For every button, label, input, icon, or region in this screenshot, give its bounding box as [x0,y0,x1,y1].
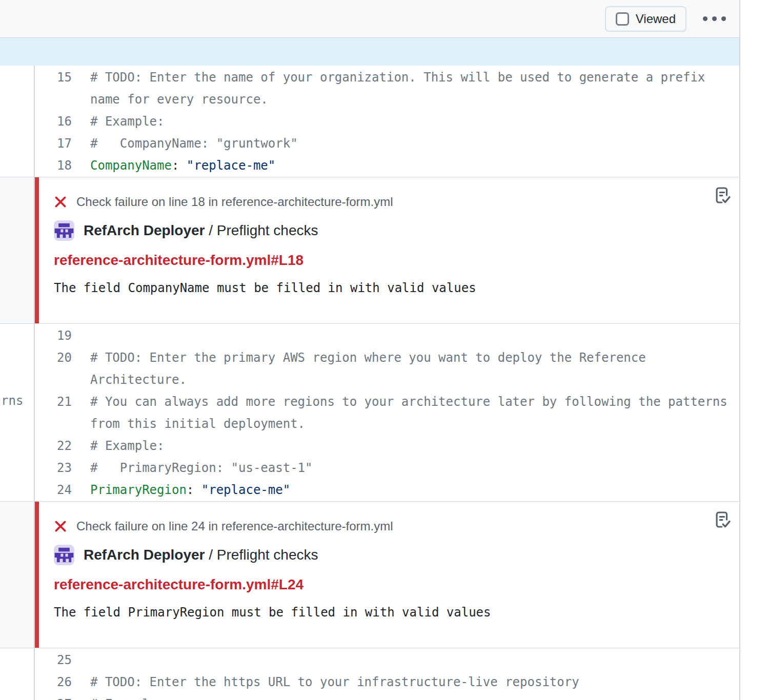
code-line-row: 16# Example: [35,111,739,133]
line-number[interactable]: 15 [35,67,72,111]
code-section-lines-25-27: 2526# TODO: Enter the https URL to your … [0,648,739,700]
code-text [72,325,739,347]
code-section-lines-19-24: rns 1920# TODO: Enter the primary AWS re… [0,324,739,501]
old-side-pane [0,66,35,177]
code-line-row: 21# You can always add more regions to y… [35,391,739,435]
code-line-row: 20# TODO: Enter the primary AWS region w… [35,347,739,391]
kebab-dot [703,16,708,21]
check-run-name: RefArch Deployer / Preflight checks [84,222,318,239]
old-side-cutoff-text: rns [1,390,23,412]
annotation-message: The field PrimaryRegion must be filled i… [54,605,709,620]
app-name: RefArch Deployer [84,222,205,238]
line-number[interactable]: 19 [35,325,72,347]
check-suite-context: / Preflight checks [209,547,318,563]
old-side-pane [0,177,35,323]
old-side-pane [0,648,35,700]
kebab-dot [712,16,717,21]
line-number[interactable]: 24 [35,479,72,501]
new-side-code: 15# TODO: Enter the name of your organiz… [35,66,739,177]
annotation-header-text: Check failure on line 18 in reference-ar… [76,195,393,209]
code-line-row: 25 [35,649,739,671]
code-line-row: 15# TODO: Enter the name of your organiz… [35,67,739,111]
code-section-lines-15-18: 15# TODO: Enter the name of your organiz… [0,66,739,177]
line-number[interactable]: 25 [35,649,72,671]
code-text: # TODO: Enter the https URL to your infr… [72,671,739,693]
check-failure-annotation: Check failure on line 18 in reference-ar… [35,177,739,323]
viewed-button[interactable]: Viewed [605,6,686,32]
annotation-message: The field CompanyName must be filled in … [54,281,709,295]
line-number[interactable]: 27 [35,693,72,700]
diff-file-panel: Viewed 15# TODO: Enter the name of your … [0,0,740,700]
code-line-row: 17# CompanyName: "gruntwork" [35,133,739,155]
file-header-bar: Viewed [0,0,739,38]
refarch-deployer-avatar-icon [54,220,74,241]
hunk-header-row[interactable] [0,38,739,66]
code-text: # TODO: Enter the primary AWS region whe… [72,347,739,391]
viewed-label: Viewed [636,12,676,26]
check-failure-annotation: Check failure on line 24 in reference-ar… [35,502,739,648]
viewed-checkbox-icon[interactable] [616,12,629,26]
code-text: # Example: [72,693,739,700]
code-line-row: 26# TODO: Enter the https URL to your in… [35,671,739,693]
code-line-row: 22# Example: [35,435,739,457]
check-run-name: RefArch Deployer / Preflight checks [84,547,318,563]
code-text: CompanyName: "replace-me" [72,155,739,177]
code-line-row: 23# PrimaryRegion: "us-east-1" [35,457,739,479]
old-side-pane [0,502,35,648]
code-text: # CompanyName: "gruntwork" [72,133,739,155]
code-line-row: 18CompanyName: "replace-me" [35,155,739,177]
line-number[interactable]: 20 [35,347,72,391]
line-number[interactable]: 26 [35,671,72,693]
refarch-deployer-avatar-icon [54,545,74,565]
line-number[interactable]: 18 [35,155,72,177]
line-number[interactable]: 17 [35,133,72,155]
file-options-kebab-icon[interactable] [700,11,729,26]
code-text: # Example: [72,111,739,133]
line-number[interactable]: 16 [35,111,72,133]
check-failure-x-icon [54,520,67,533]
annotation-header-text: Check failure on line 24 in reference-ar… [76,519,393,533]
code-line-row: 19 [35,325,739,347]
code-line-row: 24PrimaryRegion: "replace-me" [35,479,739,501]
line-number[interactable]: 21 [35,391,72,435]
annotation-file-link[interactable]: reference-architecture-form.yml#L24 [54,577,304,593]
code-text: # You can always add more regions to you… [72,391,739,435]
new-side-code: 2526# TODO: Enter the https URL to your … [35,648,739,700]
line-number[interactable]: 22 [35,435,72,457]
line-number[interactable]: 23 [35,457,72,479]
code-text: PrimaryRegion: "replace-me" [72,479,739,501]
checklist-icon [714,186,731,205]
new-side-code: 1920# TODO: Enter the primary AWS region… [35,324,739,501]
check-suite-context: / Preflight checks [209,222,318,238]
code-text: # PrimaryRegion: "us-east-1" [72,457,739,479]
checklist-icon [714,510,731,529]
app-name: RefArch Deployer [84,547,205,563]
code-line-row: 27# Example: [35,693,739,700]
kebab-dot [721,16,726,21]
check-annotation-row: Check failure on line 24 in reference-ar… [0,501,739,648]
annotation-file-link[interactable]: reference-architecture-form.yml#L18 [54,252,304,269]
check-annotation-row: Check failure on line 18 in reference-ar… [0,177,739,324]
code-text: # TODO: Enter the name of your organizat… [72,67,739,111]
code-text [72,649,739,671]
code-text: # Example: [72,435,739,457]
old-side-pane: rns [0,324,35,501]
check-failure-x-icon [54,195,67,209]
